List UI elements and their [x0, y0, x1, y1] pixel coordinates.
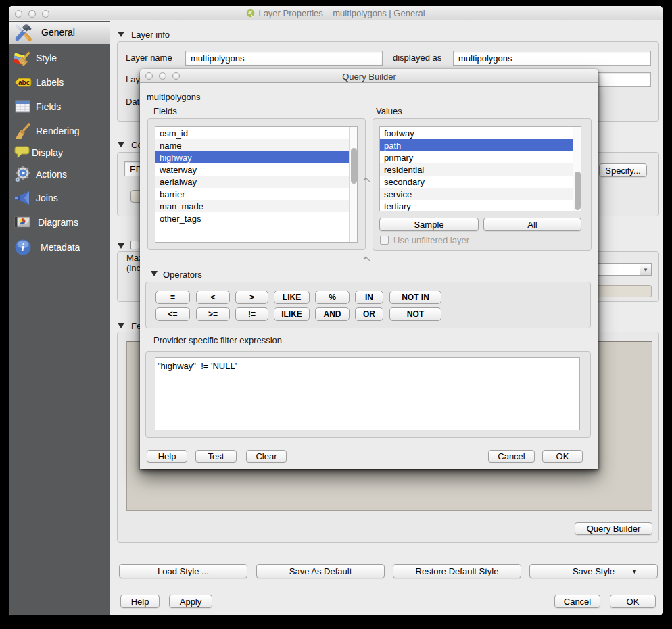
- svg-text:i: i: [22, 242, 25, 253]
- svg-text:abc: abc: [18, 79, 30, 86]
